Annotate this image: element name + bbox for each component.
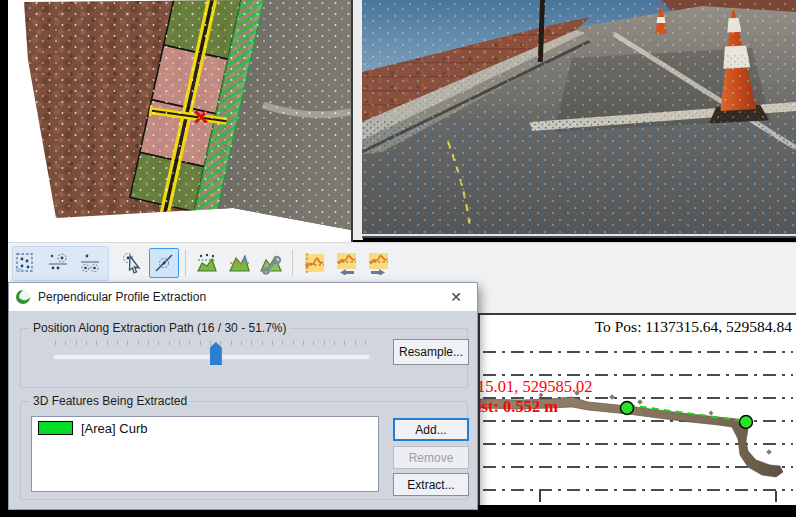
- feature-list-item[interactable]: [Area] Curb: [36, 419, 378, 437]
- features-groupbox: 3D Features Being Extracted [Area] Curb …: [20, 401, 468, 500]
- remove-button: Remove: [393, 446, 469, 469]
- pick-point-cursor-icon[interactable]: [117, 248, 147, 278]
- feature-vertex-marker[interactable]: [621, 402, 634, 415]
- position-group-label: Position Along Extraction Path (16 / 30 …: [29, 321, 290, 335]
- from-pos-label: 15.01, 529585.02: [480, 377, 593, 396]
- features-group-label: 3D Features Being Extracted: [29, 394, 191, 408]
- extract-profile-area-icon[interactable]: [192, 248, 222, 278]
- profile-view-panel[interactable]: To Pos: 1137315.64, 529584.84 15.01, 529…: [478, 313, 796, 505]
- close-icon[interactable]: ✕: [441, 285, 471, 309]
- add-button[interactable]: Add...: [393, 418, 469, 441]
- position-slider-thumb[interactable]: [210, 342, 222, 365]
- perpendicular-profile-extraction-dialog: Perpendicular Profile Extraction ✕ Posit…: [9, 283, 477, 509]
- dialog-titlebar[interactable]: Perpendicular Profile Extraction ✕: [9, 283, 477, 311]
- profile-peak-icon[interactable]: [224, 248, 254, 278]
- feature-vertex-marker[interactable]: [740, 416, 753, 429]
- extract-button[interactable]: Extract...: [393, 473, 469, 496]
- dialog-title: Perpendicular Profile Extraction: [38, 290, 441, 304]
- to-pos-label: To Pos: 1137315.64, 529584.84: [595, 318, 793, 335]
- feature-color-swatch: [38, 421, 73, 435]
- dist-label: ist: 0.552 m: [480, 397, 558, 416]
- toolbar-separator: [292, 250, 293, 276]
- perpendicular-profile-pick-icon[interactable]: [149, 248, 179, 278]
- profile-plot: To Pos: 1137315.64, 529584.84 15.01, 529…: [480, 315, 796, 504]
- topdown-scene: [8, 0, 351, 242]
- viewport-3d-pointcloud[interactable]: [362, 0, 796, 238]
- select-points-marquee-icon[interactable]: [11, 248, 41, 278]
- viewport-topdown-pointcloud[interactable]: [8, 0, 353, 242]
- slider-tickmarks: [55, 341, 366, 345]
- scene-3d: [362, 0, 796, 234]
- feature-item-label: [Area] Curb: [81, 421, 147, 436]
- toolbar-separator: [185, 250, 186, 276]
- profile-step-back-icon[interactable]: [331, 248, 361, 278]
- feature-listbox[interactable]: [Area] Curb: [31, 416, 379, 492]
- profile-toolbar: [10, 245, 394, 281]
- profile-points-single-icon[interactable]: [43, 248, 73, 278]
- app-logo-icon: [15, 289, 31, 305]
- position-groupbox: Position Along Extraction Path (16 / 30 …: [20, 328, 468, 388]
- profile-settings-wrench-icon[interactable]: [256, 248, 286, 278]
- profile-step-forward-icon[interactable]: [363, 248, 393, 278]
- resample-button[interactable]: Resample...: [393, 339, 469, 365]
- profile-window-icon[interactable]: [299, 248, 329, 278]
- profile-points-double-icon[interactable]: [75, 248, 105, 278]
